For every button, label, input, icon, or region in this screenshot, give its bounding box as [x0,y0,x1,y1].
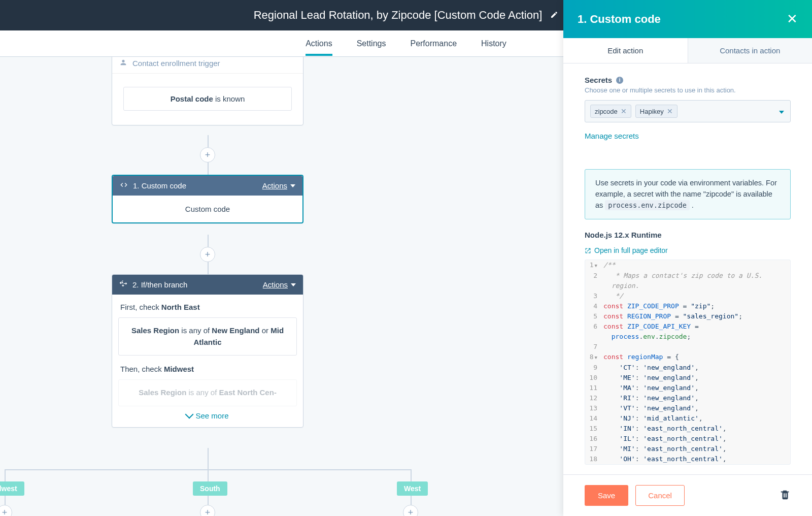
secrets-help: Choose one or multiple secrets to use in… [585,86,791,94]
add-step-button[interactable]: + [200,147,215,163]
panel-tab-edit[interactable]: Edit action [563,38,688,63]
secrets-label: Secrets [585,76,612,84]
tab-performance[interactable]: Performance [410,32,457,55]
code-line[interactable]: 9 'CT': 'new_england', [585,363,790,373]
info-icon[interactable]: i [616,77,623,84]
code-line[interactable]: 1▼/** [585,260,790,271]
branch-icon [119,280,127,289]
branch-condition-2: Sales Region is any of East North Cen- [118,379,297,406]
code-line[interactable]: 10 'ME': 'new_england', [585,373,790,383]
branch-label-south[interactable]: South [193,481,227,496]
card-actions-menu[interactable]: Actions [263,280,296,289]
card-title: 1. Custom code [133,181,257,190]
tab-settings[interactable]: Settings [357,32,386,55]
code-line[interactable]: 15 'IN': 'east_north_central', [585,424,790,434]
panel-title: 1. Custom code [578,13,661,26]
branch-check-2: Then, check Midwest [118,365,297,373]
code-line[interactable]: 4const ZIP_CODE_PROP = "zip"; [585,301,790,311]
caret-down-icon [290,184,295,187]
chevron-down-icon [185,410,194,419]
dropdown-caret-icon[interactable] [779,107,784,116]
code-line[interactable]: 14 'NJ': 'mid_atlantic', [585,413,790,424]
secrets-select[interactable]: zipcode ✕ Hapikey ✕ [585,100,791,122]
card-actions-menu[interactable]: Actions [262,181,295,190]
secret-chip-zipcode: zipcode ✕ [590,105,631,118]
branch-label-west[interactable]: West [397,481,428,496]
code-editor[interactable]: 1▼/**2 * Maps a contact's zip code to a … [585,260,791,465]
code-line[interactable]: 13 'VT': 'new_england', [585,403,790,413]
edit-action-panel: 1. Custom code ✕ Edit action Contacts in… [563,0,812,516]
contact-icon [119,58,127,68]
trigger-condition: Postal code is known [123,87,292,111]
code-icon [120,181,128,190]
code-line[interactable]: 12 'RI': 'new_england', [585,393,790,403]
code-line[interactable]: 16 'IL': 'east_north_central', [585,434,790,444]
code-line[interactable]: process.env.zipcode; [585,332,790,342]
panel-tab-contacts[interactable]: Contacts in action [688,38,813,63]
see-more-link[interactable]: See more [112,406,303,427]
branch-check-1: First, check North East [118,303,297,311]
tab-actions[interactable]: Actions [306,32,332,55]
remove-chip-icon[interactable]: ✕ [667,107,673,115]
cancel-button[interactable]: Cancel [635,485,685,506]
add-step-button[interactable]: + [403,505,418,516]
code-line[interactable]: 6const ZIP_CODE_API_KEY = [585,321,790,332]
secrets-info-banner: Use secrets in your code via environment… [585,169,791,219]
branch-card[interactable]: 2. If/then branch Actions First, check N… [112,274,303,428]
add-step-button[interactable]: + [200,247,215,262]
branch-condition-1: Sales Region is any of New England or Mi… [118,317,297,356]
workflow-canvas[interactable]: Contact enrollment trigger Postal code i… [0,57,563,516]
connector [208,448,209,469]
add-step-button[interactable]: + [200,505,215,516]
code-line[interactable]: 8▼const regionMap = { [585,352,790,363]
manage-secrets-link[interactable]: Manage secrets [585,132,639,140]
code-line[interactable]: 11 'MA': 'new_england', [585,383,790,393]
code-line[interactable]: 3 */ [585,291,790,301]
code-line[interactable]: 18 'OH': 'east_north_central', [585,454,790,464]
secret-chip-hapikey: Hapikey ✕ [635,105,678,118]
caret-down-icon [291,283,296,286]
close-panel-icon[interactable]: ✕ [787,11,798,27]
custom-code-card[interactable]: 1. Custom code Actions Custom code [112,175,303,223]
open-full-editor-link[interactable]: Open in full page editor [585,246,791,254]
workflow-title: Regional Lead Rotation, by Zipcode [Cust… [254,9,543,22]
code-line[interactable]: 17 'MI': 'east_north_central', [585,444,790,454]
code-line[interactable]: 5const REGION_PROP = "sales_region"; [585,311,790,321]
custom-code-body: Custom code [113,196,302,222]
save-button[interactable]: Save [585,485,628,506]
branch-label-midwest[interactable]: dwest [0,481,24,496]
runtime-label: Node.js 12.x Runtime [585,231,791,239]
code-line[interactable]: 2 * Maps a contact's zip code to a U.S. [585,271,790,281]
trigger-label: Contact enrollment trigger [132,59,220,68]
edit-title-icon[interactable] [550,9,558,22]
remove-chip-icon[interactable]: ✕ [621,107,627,115]
trigger-card[interactable]: Contact enrollment trigger Postal code i… [112,57,303,125]
tab-history[interactable]: History [481,32,506,55]
code-line[interactable]: 7 [585,342,790,352]
card-title: 2. If/then branch [132,280,258,289]
add-step-button[interactable]: + [0,505,12,516]
code-line[interactable]: region. [585,281,790,291]
delete-action-icon[interactable] [780,489,791,502]
